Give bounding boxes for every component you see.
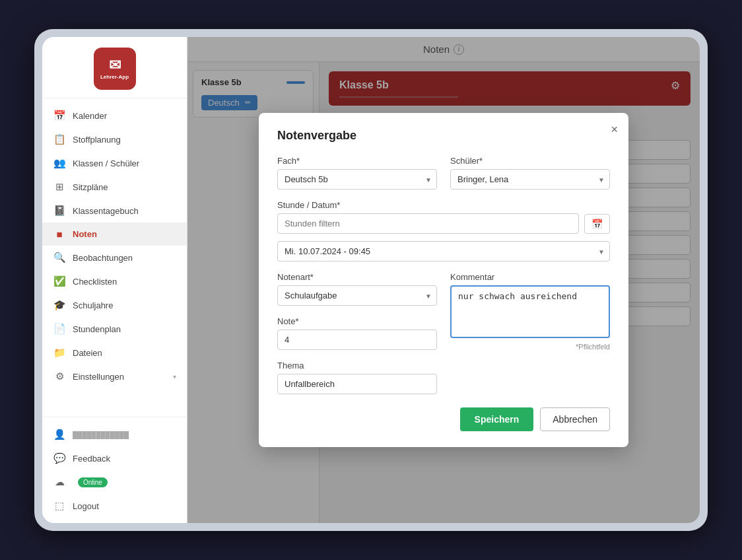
sidebar-nav: 📅 Kalender 📋 Stoffplanung 👥 Klassen / Sc… <box>42 98 187 417</box>
fach-group: Fach* Deutsch 5b ▼ <box>277 156 437 190</box>
stunden-filter-input[interactable] <box>277 213 579 234</box>
sidebar-item-user[interactable]: 👤 ████████████ <box>42 423 187 446</box>
stunde-label: Stunde / Datum* <box>277 200 610 210</box>
sidebar-item-label: Beobachtungen <box>73 253 133 263</box>
stundenplan-icon: 📄 <box>53 323 66 335</box>
sidebar-bottom: 👤 ████████████ 💬 Feedback ☁ Online ⬚ Log… <box>42 417 187 523</box>
logo-icon: ✉ <box>109 58 121 73</box>
sidebar-item-checklisten[interactable]: ✅ Checklisten <box>42 269 187 293</box>
sitzplaene-icon: ⊞ <box>53 181 66 193</box>
sidebar-item-label: Schuljahre <box>73 300 113 310</box>
schueler-group: Schüler* Bringer, Lena ▼ <box>450 156 610 190</box>
notenart-select[interactable]: Schulaufgabe <box>277 285 437 306</box>
klassentagebuch-icon: 📓 <box>53 205 66 217</box>
cloud-icon: ☁ <box>53 476 66 488</box>
sidebar-item-label: Dateien <box>73 348 102 358</box>
notenart-group: Notenart* Schulaufgabe ▼ <box>277 272 437 306</box>
kommentar-label: Kommentar <box>450 272 610 282</box>
fach-select[interactable]: Deutsch 5b <box>277 169 437 190</box>
dialog-footer: Speichern Abbrechen <box>277 407 610 431</box>
sidebar-item-feedback[interactable]: 💬 Feedback <box>42 446 187 470</box>
schuljahre-icon: 🎓 <box>53 299 66 311</box>
note-input[interactable] <box>277 330 437 350</box>
form-row-3: Notenart* Schulaufgabe ▼ Note* <box>277 272 610 394</box>
notenart-select-wrapper: Schulaufgabe ▼ <box>277 285 437 306</box>
fach-label: Fach* <box>277 156 437 166</box>
sidebar-item-sitzplaene[interactable]: ⊞ Sitzpläne <box>42 175 187 199</box>
sidebar-item-label: Einstellungen <box>73 372 124 382</box>
dialog-title: Notenvergabe <box>277 129 610 143</box>
sidebar-item-logout[interactable]: ⬚ Logout <box>42 494 187 518</box>
beobachtungen-icon: 🔍 <box>53 252 66 263</box>
stunde-group: Stunde / Datum* 📅 Mi. 10.07.2024 - 09:45… <box>277 200 610 262</box>
logo-subtitle: Lehrer-App <box>100 74 129 80</box>
sidebar-item-label: Klassentagebuch <box>73 206 139 216</box>
sidebar-item-label: Stoffplanung <box>73 135 121 145</box>
schueler-select[interactable]: Bringer, Lena <box>450 169 610 190</box>
sidebar-item-klassen[interactable]: 👥 Klassen / Schüler <box>42 151 187 175</box>
sidebar-item-dateien[interactable]: 📁 Dateien <box>42 341 187 365</box>
date-select[interactable]: Mi. 10.07.2024 - 09:45 <box>277 241 610 262</box>
notenvergabe-dialog: Notenvergabe × Fach* Deutsch 5b ▼ <box>259 113 628 447</box>
speichern-button[interactable]: Speichern <box>460 407 534 431</box>
kommentar-textarea[interactable]: nur schwach ausreichend <box>450 285 610 338</box>
kommentar-group: Kommentar nur schwach ausreichend *Pflic… <box>450 272 610 351</box>
sidebar-item-label: Klassen / Schüler <box>73 158 139 168</box>
abbrechen-button[interactable]: Abbrechen <box>540 407 610 431</box>
fach-select-wrapper: Deutsch 5b ▼ <box>277 169 437 190</box>
feedback-icon: 💬 <box>53 452 66 464</box>
note-group: Note* <box>277 316 437 350</box>
sidebar-item-label: Logout <box>73 501 99 511</box>
user-icon: 👤 <box>53 429 66 440</box>
stoffplanung-icon: 📋 <box>53 133 66 145</box>
thema-label: Thema <box>277 361 437 370</box>
sidebar-item-label: Sitzpläne <box>73 182 108 192</box>
sidebar-item-klassentagebuch[interactable]: 📓 Klassentagebuch <box>42 199 187 223</box>
kalender-icon: 📅 <box>53 110 66 122</box>
sidebar-item-online[interactable]: ☁ Online <box>42 470 187 494</box>
online-badge: Online <box>78 477 108 487</box>
date-select-wrapper: Mi. 10.07.2024 - 09:45 ▼ <box>277 241 610 262</box>
klassen-icon: 👥 <box>53 157 66 169</box>
date-row: 📅 <box>277 213 610 234</box>
kommentar-column: Kommentar nur schwach ausreichend *Pflic… <box>450 272 610 394</box>
sidebar-item-label: Kalender <box>73 111 107 121</box>
sidebar-item-stundenplan[interactable]: 📄 Stundenplan <box>42 317 187 341</box>
notenart-label: Notenart* <box>277 272 437 282</box>
main-content: Noten i ‹ Klasse 5b Deutsch ✏ <box>187 37 700 523</box>
sidebar: ✉ Lehrer-App 📅 Kalender 📋 Stoffplanung 👥… <box>42 37 187 523</box>
sidebar-item-label: Feedback <box>73 454 110 464</box>
noten-icon: ■ <box>53 228 66 240</box>
dateien-icon: 📁 <box>53 347 66 359</box>
sidebar-item-noten[interactable]: ■ Noten <box>42 223 187 246</box>
sidebar-item-label: Checklisten <box>73 277 117 287</box>
logo-area: ✉ Lehrer-App <box>42 37 187 98</box>
thema-input[interactable] <box>277 374 437 394</box>
sidebar-item-label: Stundenplan <box>73 324 121 334</box>
sidebar-item-label: Noten <box>73 229 97 239</box>
einstellungen-icon: ⚙ <box>53 370 66 382</box>
pflichtfeld-note: *Pflichtfeld <box>450 343 610 351</box>
sidebar-item-schuljahre[interactable]: 🎓 Schuljahre <box>42 293 187 317</box>
dialog-overlay: Notenvergabe × Fach* Deutsch 5b ▼ <box>187 37 700 523</box>
logout-icon: ⬚ <box>53 500 66 512</box>
note-label: Note* <box>277 316 437 326</box>
calendar-button[interactable]: 📅 <box>584 214 610 234</box>
checklisten-icon: ✅ <box>53 275 66 287</box>
schueler-select-wrapper: Bringer, Lena ▼ <box>450 169 610 190</box>
sidebar-item-beobachtungen[interactable]: 🔍 Beobachtungen <box>42 246 187 269</box>
user-email: ████████████ <box>73 431 129 438</box>
notenart-column: Notenart* Schulaufgabe ▼ Note* <box>277 272 437 394</box>
form-row-1: Fach* Deutsch 5b ▼ Schüler* <box>277 156 610 190</box>
close-button[interactable]: × <box>611 123 618 135</box>
sidebar-item-kalender[interactable]: 📅 Kalender <box>42 104 187 127</box>
sidebar-item-stoffplanung[interactable]: 📋 Stoffplanung <box>42 127 187 151</box>
thema-group: Thema <box>277 361 437 394</box>
schueler-label: Schüler* <box>450 156 610 166</box>
app-logo: ✉ Lehrer-App <box>94 48 136 90</box>
sidebar-item-einstellungen[interactable]: ⚙ Einstellungen ▾ <box>42 365 187 388</box>
